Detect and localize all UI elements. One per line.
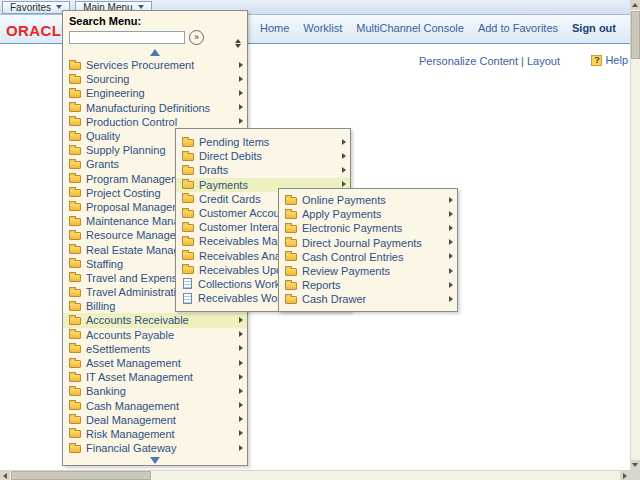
menu-search-input[interactable]: [69, 31, 185, 44]
folder-icon: [69, 345, 81, 353]
folder-icon: [69, 416, 81, 424]
scrollbar-right-button[interactable]: [620, 471, 630, 480]
menu-item-manufacturing-definitions[interactable]: Manufacturing Definitions: [63, 101, 247, 115]
folder-icon: [285, 296, 297, 304]
submenu-arrow-icon: [239, 360, 243, 366]
folder-icon: [69, 289, 81, 297]
menu-item-esettlements[interactable]: eSettlements: [63, 342, 247, 356]
horizontal-scrollbar[interactable]: [0, 470, 630, 480]
favorites-menu-button[interactable]: Favorites: [2, 1, 70, 14]
resize-up-icon: [235, 39, 241, 43]
menu-item-financial-gateway[interactable]: Financial Gateway: [63, 441, 247, 455]
search-go-button[interactable]: »: [189, 30, 204, 45]
menu-item-services-procurement[interactable]: Services Procurement: [63, 58, 247, 72]
help-label: Help: [605, 54, 628, 66]
chevron-down-icon: [56, 5, 62, 9]
search-row: »: [69, 30, 241, 45]
resize-down-icon: [235, 44, 241, 48]
horizontal-scrollbar-thumb[interactable]: [11, 471, 151, 480]
folder-icon: [285, 268, 297, 276]
menu-item-it-asset-management[interactable]: IT Asset Management: [63, 370, 247, 384]
menu-item-drafts[interactable]: Drafts: [176, 163, 350, 177]
menu-item-apply-payments[interactable]: Apply Payments: [279, 207, 457, 221]
menu-item-label: Manufacturing Definitions: [86, 102, 210, 114]
scroll-up-icon: [150, 49, 160, 56]
folder-icon: [182, 195, 194, 203]
folder-icon: [69, 402, 81, 410]
submenu-arrow-icon: [342, 153, 346, 159]
help-icon: ?: [591, 55, 602, 66]
menu-item-label: Drafts: [199, 164, 228, 176]
submenu-arrow-icon: [342, 139, 346, 145]
menu-item-label: Supply Planning: [86, 144, 166, 156]
personalize-content-link[interactable]: Personalize Content | Layout: [419, 55, 560, 67]
submenu-arrow-icon: [239, 118, 243, 124]
menu-item-label: Electronic Payments: [302, 222, 402, 234]
menu-item-label: Cash Management: [86, 400, 179, 412]
vertical-scrollbar[interactable]: [630, 0, 640, 470]
menu-item-asset-management[interactable]: Asset Management: [63, 356, 247, 370]
menu-item-label: Direct Journal Payments: [302, 237, 422, 249]
menu-item-label: Grants: [86, 158, 119, 170]
menu-item-accounts-payable[interactable]: Accounts Payable: [63, 328, 247, 342]
folder-icon: [69, 118, 81, 126]
menu-item-cash-drawer[interactable]: Cash Drawer: [279, 292, 457, 306]
favorites-label: Favorites: [10, 2, 51, 13]
menu-item-label: Direct Debits: [199, 150, 262, 162]
folder-icon: [69, 62, 81, 70]
folder-icon: [69, 374, 81, 382]
menu-item-electronic-payments[interactable]: Electronic Payments: [279, 221, 457, 235]
menu-item-direct-debits[interactable]: Direct Debits: [176, 149, 350, 163]
arrow-left-icon: [3, 473, 7, 479]
vertical-scrollbar-thumb[interactable]: [631, 11, 640, 59]
nav-link-worklist[interactable]: Worklist: [303, 22, 342, 34]
menu-item-label: Financial Gateway: [86, 442, 177, 454]
menu-item-label: IT Asset Management: [86, 371, 193, 383]
folder-icon: [69, 147, 81, 155]
folder-icon: [182, 252, 194, 260]
menu-item-label: Accounts Receivable: [86, 314, 189, 326]
folder-icon: [182, 210, 194, 218]
menu-scroll-down-button[interactable]: [63, 455, 247, 465]
submenu-arrow-icon: [239, 345, 243, 351]
nav-link-multichannel-console[interactable]: MultiChannel Console: [356, 22, 464, 34]
nav-link-add-to-favorites[interactable]: Add to Favorites: [478, 22, 558, 34]
folder-icon: [285, 282, 297, 290]
submenu-arrow-icon: [342, 181, 346, 187]
menu-item-label: Reports: [302, 279, 341, 291]
folder-icon: [69, 360, 81, 368]
folder-icon: [69, 203, 81, 211]
menu-scroll-up-button[interactable]: [63, 46, 247, 58]
menu-item-engineering[interactable]: Engineering: [63, 86, 247, 100]
sign-out-link[interactable]: Sign out: [572, 22, 616, 34]
menu-item-direct-journal-payments[interactable]: Direct Journal Payments: [279, 236, 457, 250]
menu-item-online-payments[interactable]: Online Payments: [279, 193, 457, 207]
menu-item-banking[interactable]: Banking: [63, 384, 247, 398]
menu-item-cash-management[interactable]: Cash Management: [63, 399, 247, 413]
menu-item-production-control[interactable]: Production Control: [63, 115, 247, 129]
scrollbar-left-button[interactable]: [0, 471, 10, 480]
scrollbar-down-button[interactable]: [630, 460, 640, 470]
menu-resize-control[interactable]: [235, 39, 241, 48]
menu-item-deal-management[interactable]: Deal Management: [63, 413, 247, 427]
menu-item-label: Production Control: [86, 116, 177, 128]
menu-item-cash-control-entries[interactable]: Cash Control Entries: [279, 250, 457, 264]
nav-link-home[interactable]: Home: [260, 22, 289, 34]
menu-item-reports[interactable]: Reports: [279, 278, 457, 292]
submenu-arrow-icon: [239, 104, 243, 110]
folder-icon: [182, 224, 194, 232]
menu-item-label: Review Payments: [302, 265, 390, 277]
menu-item-risk-management[interactable]: Risk Management: [63, 427, 247, 441]
menu-item-accounts-receivable[interactable]: Accounts Receivable: [63, 313, 247, 327]
menu-item-sourcing[interactable]: Sourcing: [63, 72, 247, 86]
menu-item-pending-items[interactable]: Pending Items: [176, 135, 350, 149]
menu-item-label: Credit Cards: [199, 193, 261, 205]
scrollbar-up-button[interactable]: [630, 0, 640, 10]
menu-item-review-payments[interactable]: Review Payments: [279, 264, 457, 278]
arrow-down-icon: [632, 463, 638, 467]
payments-submenu: Online PaymentsApply PaymentsElectronic …: [278, 188, 458, 312]
submenu-arrow-icon: [449, 197, 453, 203]
document-icon: [183, 278, 192, 289]
folder-icon: [182, 266, 194, 274]
help-link[interactable]: ? Help: [591, 54, 628, 66]
